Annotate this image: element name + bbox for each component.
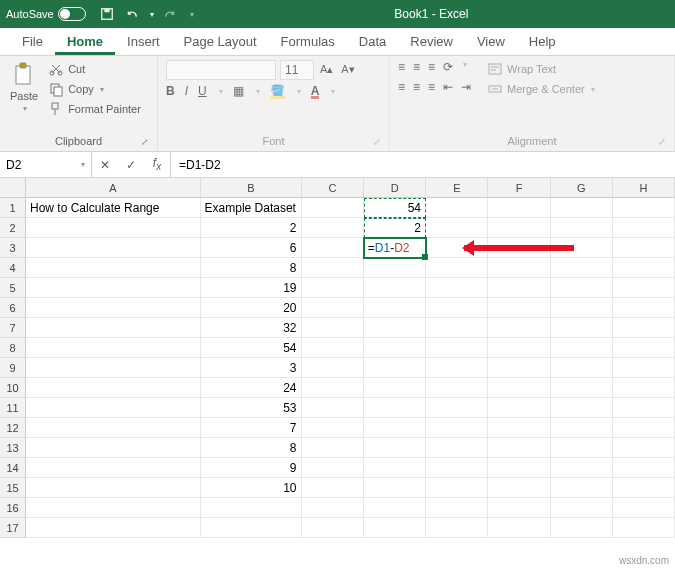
cell[interactable] — [26, 278, 201, 298]
cell[interactable] — [426, 518, 488, 538]
worksheet-grid[interactable]: 1 2 3 4 5 6 7 8 9 10 11 12 13 14 15 16 1… — [0, 178, 675, 570]
cell[interactable] — [364, 418, 426, 438]
row-header[interactable]: 3 — [0, 238, 26, 258]
cell-d3-editing[interactable]: =D1-D2 — [364, 238, 426, 258]
cell[interactable] — [613, 198, 675, 218]
cell[interactable] — [488, 478, 550, 498]
row-header[interactable]: 15 — [0, 478, 26, 498]
cell[interactable]: 6 — [201, 238, 302, 258]
cell[interactable]: 8 — [201, 258, 302, 278]
cell[interactable] — [613, 218, 675, 238]
cell[interactable] — [26, 438, 201, 458]
cell[interactable] — [26, 218, 201, 238]
chevron-down-icon[interactable]: ▾ — [81, 160, 85, 169]
cell[interactable] — [426, 278, 488, 298]
copy-button[interactable]: Copy▾ — [46, 80, 143, 98]
cell[interactable]: 32 — [201, 318, 302, 338]
cell[interactable] — [613, 398, 675, 418]
cell[interactable] — [488, 198, 550, 218]
cell[interactable] — [426, 338, 488, 358]
cell[interactable] — [426, 258, 488, 278]
cell[interactable] — [426, 438, 488, 458]
cell[interactable]: 20 — [201, 298, 302, 318]
increase-indent-icon[interactable]: ⇥ — [461, 80, 471, 94]
cell[interactable] — [302, 238, 364, 258]
cell[interactable] — [426, 378, 488, 398]
cell[interactable] — [302, 378, 364, 398]
row-header[interactable]: 7 — [0, 318, 26, 338]
align-middle-icon[interactable]: ≡ — [413, 60, 420, 74]
cell[interactable] — [551, 198, 613, 218]
align-top-icon[interactable]: ≡ — [398, 60, 405, 74]
cell[interactable] — [613, 338, 675, 358]
cell[interactable] — [488, 298, 550, 318]
fill-color-button[interactable]: 🪣 — [270, 84, 285, 98]
redo-icon[interactable] — [164, 7, 178, 21]
cell[interactable] — [26, 298, 201, 318]
tab-data[interactable]: Data — [347, 28, 398, 55]
cell[interactable] — [426, 318, 488, 338]
cell[interactable] — [613, 458, 675, 478]
cell[interactable] — [551, 418, 613, 438]
cell[interactable] — [364, 498, 426, 518]
italic-button[interactable]: I — [185, 84, 188, 98]
decrease-font-icon[interactable]: A▾ — [339, 60, 356, 80]
row-header[interactable]: 12 — [0, 418, 26, 438]
cell[interactable] — [488, 358, 550, 378]
cell[interactable] — [302, 278, 364, 298]
cell[interactable] — [364, 258, 426, 278]
font-size-select[interactable]: 11 — [280, 60, 314, 80]
tab-formulas[interactable]: Formulas — [269, 28, 347, 55]
cell[interactable] — [426, 458, 488, 478]
cell[interactable] — [426, 398, 488, 418]
cell[interactable] — [551, 438, 613, 458]
row-header[interactable]: 9 — [0, 358, 26, 378]
bold-button[interactable]: B — [166, 84, 175, 98]
cell[interactable] — [613, 438, 675, 458]
cell[interactable] — [364, 398, 426, 418]
select-all-corner[interactable] — [0, 178, 26, 198]
cell[interactable] — [551, 458, 613, 478]
cell[interactable]: 7 — [201, 418, 302, 438]
cell-d2[interactable]: 2 — [364, 218, 426, 238]
cell[interactable] — [488, 458, 550, 478]
cell[interactable] — [364, 458, 426, 478]
cell[interactable] — [613, 378, 675, 398]
cell[interactable] — [488, 318, 550, 338]
col-header[interactable]: D — [364, 178, 426, 198]
cell[interactable] — [302, 218, 364, 238]
col-header[interactable]: A — [26, 178, 201, 198]
borders-button[interactable]: ▦ — [233, 84, 244, 98]
cell[interactable] — [551, 278, 613, 298]
increase-font-icon[interactable]: A▴ — [318, 60, 335, 80]
cell[interactable] — [302, 258, 364, 278]
row-header[interactable]: 10 — [0, 378, 26, 398]
cell[interactable] — [426, 478, 488, 498]
merge-center-button[interactable]: Merge & Center▾ — [485, 80, 597, 98]
tab-page-layout[interactable]: Page Layout — [172, 28, 269, 55]
cell[interactable] — [302, 478, 364, 498]
cell[interactable] — [488, 278, 550, 298]
cell[interactable] — [364, 478, 426, 498]
font-family-select[interactable] — [166, 60, 276, 80]
cell[interactable] — [426, 298, 488, 318]
cell[interactable] — [26, 358, 201, 378]
cell[interactable] — [426, 198, 488, 218]
paste-button[interactable]: Paste ▾ — [8, 60, 40, 115]
row-header[interactable]: 13 — [0, 438, 26, 458]
cell[interactable] — [201, 518, 302, 538]
chevron-down-icon[interactable]: ▾ — [150, 10, 154, 19]
cell[interactable] — [364, 358, 426, 378]
save-icon[interactable] — [100, 7, 114, 21]
tab-home[interactable]: Home — [55, 28, 115, 55]
cell[interactable] — [613, 498, 675, 518]
row-header[interactable]: 5 — [0, 278, 26, 298]
cell[interactable] — [26, 458, 201, 478]
cell[interactable] — [488, 218, 550, 238]
cell[interactable] — [488, 418, 550, 438]
formula-input[interactable]: =D1-D2 — [171, 152, 675, 177]
underline-button[interactable]: U — [198, 84, 207, 98]
tab-file[interactable]: File — [10, 28, 55, 55]
cell[interactable] — [613, 418, 675, 438]
format-painter-button[interactable]: Format Painter — [46, 100, 143, 118]
